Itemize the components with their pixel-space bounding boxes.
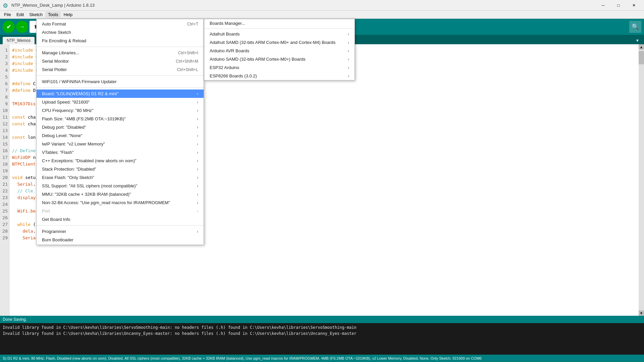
- menu-sketch[interactable]: Sketch: [26, 11, 45, 18]
- menu-bar: File Edit Sketch Tools Help: [0, 11, 644, 19]
- verify-button[interactable]: ✔: [3, 21, 15, 33]
- line-numbers: 12345 678910 1112131415 1617181920 21222…: [0, 44, 9, 316]
- status-bar: S) D1 R2 & mini, 80 MHz, Flash, Disabled…: [0, 355, 644, 362]
- minimize-button[interactable]: ─: [596, 0, 610, 10]
- menu-fix-encoding[interactable]: Fix Encoding & Reload: [37, 37, 204, 45]
- menu-auto-format[interactable]: Auto Format Ctrl+T: [37, 20, 204, 28]
- menu-board[interactable]: Board: "LOLIN(WEMOS) D1 R2 & mini" ›: [37, 89, 204, 98]
- window-controls: ─ □ ✕: [596, 0, 641, 10]
- app-icon: ⚙: [3, 2, 9, 9]
- menu-vtables[interactable]: VTables: "Flash" ›: [37, 148, 204, 157]
- console-line-1: Invalid library found in C:\Users\kevha\…: [3, 324, 641, 330]
- active-tab[interactable]: NTP_Wemos: [3, 37, 35, 44]
- menu-cpp-exceptions[interactable]: C++ Exceptions: "Disabled (new aborts on…: [37, 157, 204, 165]
- menu-lwip[interactable]: lwIP Variant: "v2 Lower Memory" ›: [37, 140, 204, 148]
- menu-get-board-info[interactable]: Get Board Info: [37, 215, 204, 224]
- menu-ssl-support[interactable]: SSL Support: "All SSL ciphers (most comp…: [37, 182, 204, 190]
- menu-help[interactable]: Help: [61, 11, 75, 18]
- menu-wifi-updater[interactable]: WiFi101 / WiFiNINA Firmware Updater: [37, 77, 204, 86]
- upload-button[interactable]: →: [16, 21, 28, 33]
- menu-debug-level[interactable]: Debug Level: "None" ›: [37, 131, 204, 140]
- submenu-esp32[interactable]: ESP32 Arduino ›: [204, 63, 355, 72]
- menu-serial-monitor[interactable]: Serial Monitor Ctrl+Shift+M: [37, 57, 204, 65]
- console-line-2: Invalid library found in C:\Users\kevha\…: [3, 330, 641, 337]
- menu-non32bit[interactable]: Non-32-Bit Access: "Use pgm_read macros …: [37, 198, 204, 207]
- submenu-arduino-avr[interactable]: Arduino AVR Boards ›: [204, 47, 355, 55]
- menu-programmer[interactable]: Programmer ›: [37, 227, 204, 236]
- menu-stack-protection[interactable]: Stack Protection: "Disabled" ›: [37, 165, 204, 173]
- menu-tools[interactable]: Tools: [45, 11, 61, 18]
- menu-mmu[interactable]: MMU: "32KB cache + 32KB IRAM (balanced)"…: [37, 190, 204, 198]
- status-text: S) D1 R2 & mini, 80 MHz, Flash, Disabled…: [3, 356, 482, 360]
- menu-edit[interactable]: Edit: [14, 11, 26, 18]
- menu-debug-port[interactable]: Debug port: "Disabled" ›: [37, 123, 204, 131]
- tab-arrow[interactable]: ▾: [634, 37, 641, 44]
- menu-manage-libraries[interactable]: Manage Libraries... Ctrl+Shift+I: [37, 49, 204, 57]
- submenu-esp8266[interactable]: ESP8266 Boards (3.0.2) ›: [204, 72, 355, 80]
- console-area: Invalid library found in C:\Users\kevha\…: [0, 323, 644, 357]
- console-status: Done Saving.: [0, 316, 644, 323]
- menu-port[interactable]: Port ›: [37, 207, 204, 215]
- submenu-adafruit-boards[interactable]: Adafruit Boards ›: [204, 30, 355, 38]
- submenu-arduino-samd[interactable]: Arduino SAMD (32-bits ARM Cortex-M0+) Bo…: [204, 55, 355, 63]
- menu-serial-plotter[interactable]: Serial Plotter Ctrl+Shift+L: [37, 65, 204, 74]
- title-bar: ⚙ NTP_Wemos_Desk_Lamp | Arduino 1.8.13 ─…: [0, 0, 644, 11]
- tools-dropdown: Auto Format Ctrl+T Archive Sketch Fix En…: [36, 19, 204, 245]
- menu-file[interactable]: File: [1, 11, 14, 18]
- menu-erase-flash[interactable]: Erase Flash: "Only Sketch" ›: [37, 173, 204, 182]
- maximize-button[interactable]: □: [611, 0, 626, 10]
- search-button[interactable]: 🔍: [629, 21, 641, 33]
- boards-submenu: Boards Manager... Adafruit Boards › Adaf…: [204, 19, 355, 80]
- menu-flash-size[interactable]: Flash Size: "4MB (FS:2MB OTA:~1019KB)" ›: [37, 115, 204, 123]
- scrollbar-vertical[interactable]: ▲ ▼: [639, 44, 644, 316]
- menu-archive-sketch[interactable]: Archive Sketch: [37, 28, 204, 37]
- submenu-adafruit-samd[interactable]: Adafruit SAMD (32-bits ARM Cortex-M0+ an…: [204, 38, 355, 47]
- close-button[interactable]: ✕: [627, 0, 641, 10]
- submenu-boards-manager[interactable]: Boards Manager...: [204, 19, 355, 27]
- window-title: NTP_Wemos_Desk_Lamp | Arduino 1.8.13: [11, 3, 641, 8]
- console-status-text: Done Saving.: [3, 317, 27, 322]
- menu-burn-bootloader[interactable]: Burn Bootloader: [37, 236, 204, 244]
- menu-cpu-freq[interactable]: CPU Frequency: "80 MHz" ›: [37, 106, 204, 115]
- menu-upload-speed[interactable]: Upload Speed: "921600" ›: [37, 98, 204, 106]
